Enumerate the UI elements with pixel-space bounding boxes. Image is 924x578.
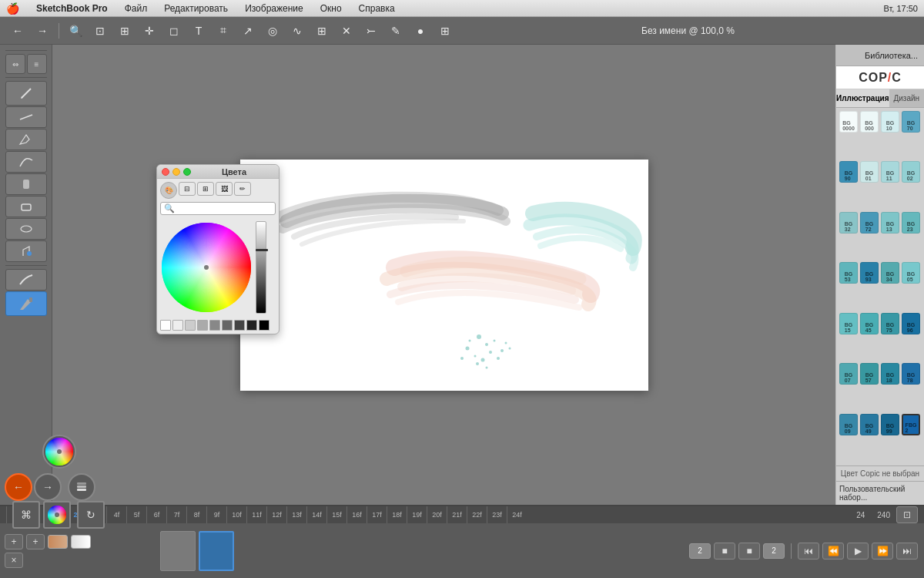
track-frame-1[interactable] [160,531,196,571]
toolbar-crop[interactable]: ⌗ [212,20,235,42]
color-tab-swatches[interactable]: ⊞ [197,182,214,196]
color-swatch-BG78[interactable]: BG78 [902,363,920,385]
playback-end[interactable]: ⏭ [896,543,918,560]
color-swatch-BG15[interactable]: BG15 [839,313,858,334]
canvas-area[interactable]: Цвета 🎨 ⊟ ⊞ 🖼 ✏ 🔍 [52,45,835,505]
tab-illustration[interactable]: Иллюстрация [836,89,889,107]
tool-brush-active[interactable] [5,291,47,316]
mini-swatch-5[interactable] [209,320,220,331]
toolbar-layers[interactable]: ⊞ [434,20,457,42]
menu-help[interactable]: Справка [356,3,398,14]
dialog-maximize[interactable] [183,168,191,176]
toolbar-transform[interactable]: ◻ [162,20,186,42]
toolbar-bezier[interactable]: ∿ [286,20,309,42]
tab-design[interactable]: Дизайн [889,89,924,107]
toolbar-grid[interactable]: ⊞ [310,20,333,42]
tool-pen-1[interactable] [5,129,47,150]
color-swatch-BG99[interactable]: BG99 [881,414,899,435]
drawing-canvas[interactable] [240,160,648,391]
color-swatch-BG23[interactable]: BG23 [902,212,920,234]
color-swatch-BG45[interactable]: BG45 [860,313,879,334]
tool-transform[interactable]: ⇔ [5,54,25,74]
color-swatch-BG93[interactable]: BG93 [860,262,879,284]
dialog-minimize[interactable] [172,168,180,176]
radial-small-btn-2[interactable]: ↻ [77,501,105,529]
color-swatch-BG32[interactable]: BG32 [839,212,858,234]
toolbar-redo[interactable]: → [31,20,54,42]
mini-color-wheel[interactable] [44,436,75,467]
tool-pencil-1[interactable] [5,81,47,106]
brightness-slider[interactable] [256,221,266,314]
mini-swatch-3[interactable] [185,320,196,331]
tool-layers[interactable]: ≡ [27,54,47,74]
color-swatch-BG72[interactable]: BG72 [860,212,879,234]
timeline-expand-btn[interactable]: ⊡ [896,506,918,523]
mini-swatch-1[interactable] [160,320,171,331]
tl-delete-btn[interactable]: × [5,553,23,568]
color-search-bar[interactable]: 🔍 [160,202,276,215]
toolbar-ellipse[interactable]: ◎ [261,20,284,42]
color-swatch-BG49[interactable]: BG49 [860,414,879,435]
tool-pencil-2[interactable] [5,106,47,128]
color-swatch-BG13[interactable]: BG13 [881,212,899,234]
toolbar-color[interactable]: ● [409,20,432,42]
app-name[interactable]: SketchBook Pro [33,3,111,14]
menu-image[interactable]: Изображение [242,3,306,14]
color-swatch-BG02[interactable]: BG02 [902,161,920,183]
color-swatch-BG34[interactable]: BG34 [881,262,899,284]
color-tab-crayons[interactable]: ✏ [234,182,251,196]
toolbar-line[interactable]: ↗ [236,20,259,42]
radial-forward-btn[interactable]: → [34,473,62,501]
brush-swatch-2[interactable] [71,535,91,549]
playback-stop-1[interactable]: ■ [714,543,735,560]
toolbar-select2[interactable]: ⊞ [113,20,136,42]
color-swatch-BG18[interactable]: BG18 [881,363,899,385]
mini-swatch-2[interactable] [172,320,183,331]
tool-marker[interactable] [5,173,47,195]
tl-add-frame-btn[interactable]: + [26,534,45,549]
color-wheel-canvas[interactable] [160,221,253,314]
color-swatch-BG11[interactable]: BG11 [881,161,899,183]
color-swatch-BG96[interactable]: BG96 [902,313,920,334]
toolbar-sym[interactable]: ✕ [335,20,358,42]
tool-brush-1[interactable] [5,269,47,291]
mini-swatch-8[interactable] [246,320,257,331]
color-swatch-BG57[interactable]: BG57 [860,363,879,385]
toolbar-pen[interactable]: ✎ [384,20,407,42]
playback-stop-2[interactable]: ■ [738,543,760,560]
color-swatch-BG07[interactable]: BG07 [839,363,858,385]
toolbar-ruler[interactable]: ⤚ [360,20,383,42]
color-swatch-BG0000[interactable]: BG0000 [839,111,858,133]
apple-menu[interactable]: 🍎 [6,2,19,15]
color-search-input[interactable] [177,204,272,213]
color-swatch-BG05[interactable]: BG05 [902,262,920,284]
tl-add-btn[interactable]: + [5,534,23,549]
color-swatch-BG90[interactable]: BG90 [839,161,858,183]
radial-back-btn[interactable]: ← [5,473,32,501]
mini-swatch-4[interactable] [197,320,208,331]
color-swatch-BG000[interactable]: BG000 [860,111,879,133]
playback-next[interactable]: ⏩ [872,543,893,560]
color-wheel[interactable] [160,221,253,314]
track-frame-2[interactable] [199,531,234,571]
tool-eraser[interactable] [5,196,47,217]
menu-window[interactable]: Окно [317,3,345,14]
toolbar-move[interactable]: ✛ [138,20,161,42]
color-swatch-BG53[interactable]: BG53 [839,262,858,284]
playback-prev[interactable]: ⏪ [822,543,844,560]
radial-small-btn-1[interactable]: ⌘ [12,501,40,529]
tool-smudge[interactable] [5,218,47,240]
color-tab-sliders[interactable]: ⊟ [179,182,196,196]
color-swatch-BG75[interactable]: BG75 [881,313,899,334]
toolbar-select[interactable]: ⊡ [89,20,112,42]
mini-swatch-9[interactable] [259,320,270,331]
custom-set-button[interactable]: Пользовательский набор... [836,481,924,505]
library-label[interactable]: Библиотека... [865,51,918,60]
tiny-color-wheel-canvas[interactable] [46,504,68,526]
menu-edit[interactable]: Редактировать [161,3,231,14]
color-swatch-FBG2[interactable]: FBG2 [902,414,920,435]
color-tab-image[interactable]: 🖼 [216,182,233,196]
radial-color-circle[interactable] [43,501,71,529]
radial-layers-btn[interactable] [68,473,95,501]
playback-rewind[interactable]: ⏮ [798,543,819,560]
